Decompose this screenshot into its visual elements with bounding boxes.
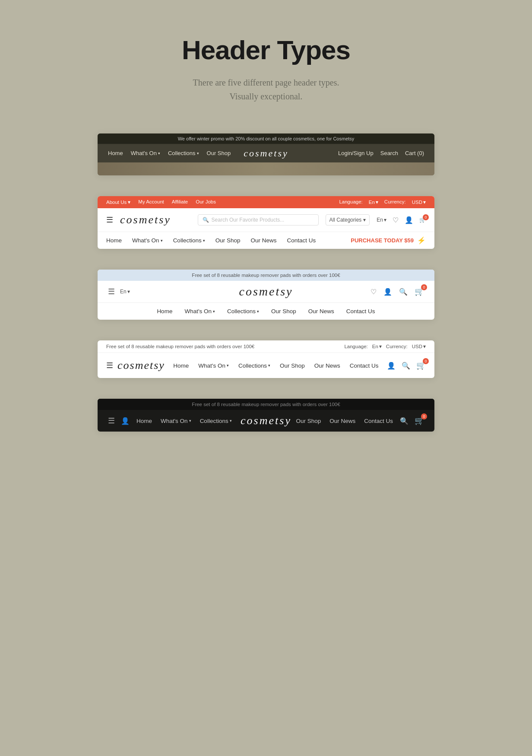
header2-logo: cosmetsy	[120, 213, 171, 226]
wishlist-icon[interactable]: ♡	[370, 288, 377, 296]
account-icon[interactable]: 👤	[387, 362, 396, 370]
nav-news[interactable]: Our News	[314, 362, 340, 369]
nav-shop[interactable]: Our Shop	[215, 237, 241, 244]
topbar-currency-label: Currency:	[384, 199, 406, 205]
nav-home[interactable]: Home	[157, 308, 172, 314]
about-chevron-icon: ▾	[128, 199, 130, 205]
nav-whats-on[interactable]: What's On ▾	[132, 237, 163, 244]
nav-news[interactable]: Our News	[250, 237, 276, 244]
nav-home[interactable]: Home	[173, 362, 189, 369]
header1-topbar: We offer winter promo with 20% discount …	[98, 133, 434, 144]
cart-icon-wrapper[interactable]: 🛒0	[415, 287, 424, 296]
nav-contact[interactable]: Contact Us	[364, 418, 393, 424]
nav-home[interactable]: Home	[108, 150, 123, 156]
lang-selector[interactable]: En▾	[120, 289, 130, 295]
nav-news[interactable]: Our News	[329, 418, 355, 424]
search-icon[interactable]: 🔍	[400, 417, 408, 425]
topbar-language-label: Language:	[344, 344, 367, 349]
search-link[interactable]: Search	[380, 150, 398, 156]
hamburger-icon[interactable]: ☰	[106, 215, 113, 225]
page-title: Header Types	[182, 35, 350, 65]
account-icon[interactable]: 👤	[405, 216, 413, 224]
header3-topbar: Free set of 8 reusable makeup remover pa…	[98, 270, 434, 281]
nav-news[interactable]: Our News	[308, 308, 334, 314]
topbar-lang-val[interactable]: En▾	[369, 199, 378, 205]
cart-icon-wrapper[interactable]: 🛒0	[416, 361, 426, 370]
collections-chevron-icon: ▾	[197, 151, 199, 156]
header1-left-nav: Home What's On ▾ Collections ▾ Our Shop	[108, 150, 231, 156]
collections-chevron-icon: ▾	[203, 238, 205, 243]
header5-right-nav: Our Shop Our News Contact Us	[296, 418, 393, 424]
nav-collections[interactable]: Collections ▾	[200, 418, 232, 424]
nav-contact[interactable]: Contact Us	[350, 362, 379, 369]
nav-shop[interactable]: Our Shop	[280, 362, 305, 369]
header2-middle: ☰ cosmetsy 🔍 Search Our Favorite Product…	[98, 208, 434, 232]
whats-on-chevron-icon: ▾	[227, 363, 229, 368]
header-type-1: We offer winter promo with 20% discount …	[98, 133, 434, 175]
cart-icon-wrapper[interactable]: 🛒0	[419, 217, 426, 223]
nav-shop[interactable]: Our Shop	[271, 308, 296, 314]
header4-nav: Home What's On ▾ Collections ▾ Our Shop …	[173, 362, 378, 369]
nav-shop[interactable]: Our Shop	[207, 150, 231, 156]
topbar-account[interactable]: My Account	[138, 199, 164, 205]
header1-main: Home What's On ▾ Collections ▾ Our Shop …	[98, 144, 434, 162]
login-link[interactable]: Login/Sign Up	[338, 150, 374, 156]
nav-collections[interactable]: Collections ▾	[227, 308, 259, 314]
search-icon[interactable]: 🔍	[399, 288, 408, 296]
header4-main: ☰ cosmetsy Home What's On ▾ Collections …	[98, 353, 434, 378]
hamburger-icon[interactable]: ☰	[108, 416, 115, 426]
nav-home[interactable]: Home	[136, 418, 152, 424]
header-type-5: Free set of 8 reusable makeup remover pa…	[98, 399, 434, 432]
header5-left: ☰ 👤	[108, 416, 130, 426]
search-icon[interactable]: 🔍	[402, 362, 410, 370]
hamburger-icon[interactable]: ☰	[108, 287, 115, 296]
header5-logo: cosmetsy	[241, 414, 291, 427]
header-type-2: About Us ▾ My Account Affiliate Our Jobs…	[98, 196, 434, 249]
header4-icons: 👤 🔍 🛒0	[387, 361, 426, 370]
account-icon[interactable]: 👤	[121, 417, 130, 425]
category-select[interactable]: All Categories ▾	[326, 214, 370, 226]
collections-chevron-icon: ▾	[257, 309, 259, 314]
topbar-language-label: Language:	[339, 199, 362, 205]
promo-cta[interactable]: PURCHASE TODAY $59 ⚡	[351, 236, 426, 245]
nav-whats-on[interactable]: What's On ▾	[184, 308, 215, 314]
cart-icon-wrapper[interactable]: 🛒0	[415, 416, 424, 426]
nav-home[interactable]: Home	[106, 237, 122, 244]
collections-chevron-icon: ▾	[230, 419, 232, 423]
search-bar[interactable]: 🔍 Search Our Favorite Products...	[198, 214, 319, 226]
hamburger-icon[interactable]: ☰	[106, 361, 113, 370]
wishlist-icon[interactable]: ♡	[393, 216, 399, 224]
lang-selector[interactable]: En▾	[377, 217, 386, 223]
account-icon[interactable]: 👤	[383, 288, 392, 296]
nav-contact[interactable]: Contact Us	[287, 237, 316, 244]
nav-collections[interactable]: Collections ▾	[173, 237, 205, 244]
topbar-jobs[interactable]: Our Jobs	[196, 199, 216, 205]
topbar-curr-val[interactable]: USD▾	[412, 343, 426, 349]
header3-bottom-nav: Home What's On ▾ Collections ▾ Our Shop …	[98, 303, 434, 320]
header2-icons: En▾ ♡ 👤 🛒0	[377, 216, 426, 224]
header2-bottom-nav: Home What's On ▾ Collections ▾ Our Shop …	[98, 232, 434, 249]
topbar-affiliate[interactable]: Affiliate	[172, 199, 188, 205]
header1-image-bg	[98, 162, 434, 175]
nav-whats-on[interactable]: What's On ▾	[131, 150, 160, 156]
header3-left: ☰ En▾	[108, 287, 130, 296]
topbar-lang-val[interactable]: En▾	[372, 343, 382, 349]
nav-collections[interactable]: Collections ▾	[238, 362, 270, 369]
topbar-currency-label: Currency:	[386, 344, 408, 349]
whats-on-chevron-icon: ▾	[158, 151, 160, 156]
header4-topbar: Free set of 8 reusable makeup remover pa…	[98, 340, 434, 353]
header2-topbar: About Us ▾ My Account Affiliate Our Jobs…	[98, 196, 434, 208]
nav-shop[interactable]: Our Shop	[296, 418, 321, 424]
topbar-curr-val[interactable]: USD▾	[412, 199, 426, 205]
nav-contact[interactable]: Contact Us	[346, 308, 375, 314]
nav-whats-on[interactable]: What's On ▾	[161, 418, 191, 424]
cart-link[interactable]: Cart (0)	[405, 150, 424, 156]
nav-whats-on[interactable]: What's On ▾	[198, 362, 229, 369]
topbar-about[interactable]: About Us ▾	[106, 199, 130, 205]
page-subtitle: There are five different page header typ…	[193, 76, 339, 103]
whats-on-chevron-icon: ▾	[161, 238, 163, 243]
lightning-icon: ⚡	[417, 236, 426, 245]
header3-logo: cosmetsy	[239, 285, 293, 299]
nav-collections[interactable]: Collections ▾	[168, 150, 199, 156]
whats-on-chevron-icon: ▾	[189, 419, 191, 423]
